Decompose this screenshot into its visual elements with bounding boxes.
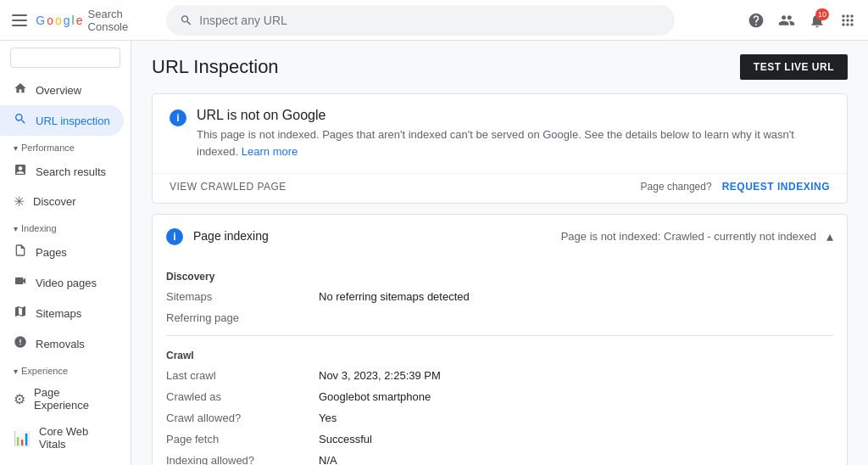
alert-card: i URL is not on Google This page is not … xyxy=(152,93,848,204)
detail-card-status: Page is not indexed: Crawled - currently… xyxy=(561,230,816,243)
discovery-section-header: Discovery xyxy=(166,264,833,286)
detail-header-right: Page is not indexed: Crawled - currently… xyxy=(561,228,833,244)
row-page-fetch: Page fetch Successful xyxy=(166,429,833,450)
row-last-crawl: Last crawl Nov 3, 2023, 2:25:39 PM xyxy=(166,365,833,386)
alert-action-left: VIEW CRAWLED PAGE xyxy=(170,181,287,193)
topbar-icons: 10 xyxy=(743,7,861,34)
hamburger-icon[interactable] xyxy=(7,7,32,34)
detail-card-body: Discovery Sitemaps No referring sitemaps… xyxy=(153,257,847,465)
main-layout: Overview URL inspection ▾ Performance Se… xyxy=(0,41,868,465)
search-sidebar-icon xyxy=(14,112,27,129)
topbar-left: Google Search Console xyxy=(7,7,159,34)
label-crawl-allowed: Crawl allowed? xyxy=(166,412,319,424)
row-crawl-allowed: Crawl allowed? Yes xyxy=(166,407,833,429)
row-indexing-allowed: Indexing allowed? N/A xyxy=(166,450,833,465)
sidebar-search-input[interactable] xyxy=(10,48,120,68)
sidebar-item-pages[interactable]: Pages xyxy=(0,237,124,267)
notification-badge: 10 xyxy=(815,8,829,20)
sidebar-section-label-performance: Performance xyxy=(21,143,75,153)
label-crawled-as: Crawled as xyxy=(166,390,319,403)
sidebar-item-sitemaps[interactable]: Sitemaps xyxy=(0,298,124,328)
alert-info-icon: i xyxy=(170,109,186,126)
notification-icon[interactable]: 10 xyxy=(804,7,831,34)
topbar: Google Search Console 10 xyxy=(0,0,868,41)
sidebar-label-search-results: Search results xyxy=(36,165,106,178)
account-icon[interactable] xyxy=(773,7,800,34)
sidebar-label-core-web-vitals: Core Web Vitals xyxy=(39,425,110,451)
alert-title: URL is not on Google xyxy=(197,108,830,123)
sidebar-section-indexing: ▾ Indexing xyxy=(0,216,131,237)
sidebar-label-video-pages: Video pages xyxy=(36,277,97,289)
pages-icon xyxy=(14,244,27,261)
page-changed-label: Page changed? xyxy=(641,181,712,193)
alert-action-right: Page changed? REQUEST INDEXING xyxy=(641,181,830,193)
row-referring-page: Referring page xyxy=(166,307,833,328)
row-sitemaps: Sitemaps No referring sitemaps detected xyxy=(166,286,833,307)
alert-description: This page is not indexed. Pages that are… xyxy=(197,126,830,160)
svg-rect-0 xyxy=(12,14,27,16)
core-web-vitals-icon: 📊 xyxy=(14,430,31,446)
learn-more-link[interactable]: Learn more xyxy=(242,145,298,158)
content-area: URL Inspection TEST LIVE URL i URL is no… xyxy=(131,41,868,465)
alert-actions: VIEW CRAWLED PAGE Page changed? REQUEST … xyxy=(153,173,847,203)
sidebar-label-page-experience: Page Experience xyxy=(34,386,110,412)
label-page-fetch: Page fetch xyxy=(166,433,319,445)
sidebar-item-search-results[interactable]: Search results xyxy=(0,156,124,187)
detail-header-left: i Page indexing xyxy=(166,227,269,245)
value-page-fetch: Successful xyxy=(319,433,372,445)
divider-1 xyxy=(166,335,833,336)
sidebar-label-pages: Pages xyxy=(36,246,67,259)
sidebar-item-video-pages[interactable]: Video pages xyxy=(0,267,124,298)
sidebar-item-page-experience[interactable]: ⚙ Page Experience xyxy=(0,379,124,418)
row-crawled-as: Crawled as Googlebot smartphone xyxy=(166,386,833,407)
removals-icon xyxy=(14,335,27,352)
alert-content: URL is not on Google This page is not in… xyxy=(197,108,830,160)
request-indexing-link[interactable]: REQUEST INDEXING xyxy=(722,181,830,193)
label-referring-page: Referring page xyxy=(166,311,319,324)
search-bar[interactable] xyxy=(166,5,675,36)
apps-icon[interactable] xyxy=(834,7,861,34)
page-title: URL Inspection xyxy=(152,56,279,78)
value-sitemaps: No referring sitemaps detected xyxy=(319,290,470,303)
home-icon xyxy=(14,81,27,98)
label-last-crawl: Last crawl xyxy=(166,369,319,382)
video-icon xyxy=(14,274,27,291)
value-indexing-allowed: N/A xyxy=(319,454,337,465)
value-crawl-allowed: Yes xyxy=(319,412,337,424)
detail-card-header[interactable]: i Page indexing Page is not indexed: Cra… xyxy=(153,215,847,257)
search-icon xyxy=(180,14,192,27)
sidebar-label-discover: Discover xyxy=(33,195,76,208)
search-input[interactable] xyxy=(199,14,661,27)
svg-rect-2 xyxy=(12,25,27,26)
sidebar-item-removals[interactable]: Removals xyxy=(0,328,124,359)
sidebar-item-mobile-usability[interactable]: 📱 Mobile Usability xyxy=(0,457,124,465)
sidebar-section-label-indexing: Indexing xyxy=(21,223,57,233)
sidebar-label-sitemaps: Sitemaps xyxy=(36,307,81,320)
svg-rect-1 xyxy=(12,20,27,21)
label-indexing-allowed: Indexing allowed? xyxy=(166,454,319,465)
sidebar-item-core-web-vitals[interactable]: 📊 Core Web Vitals xyxy=(0,418,124,457)
google-logo: Google Search Console xyxy=(36,8,159,33)
detail-card-title: Page indexing xyxy=(193,229,269,243)
chevron-icon-2: ▾ xyxy=(14,224,18,233)
sidebar-item-overview[interactable]: Overview xyxy=(0,75,124,105)
discover-icon: ✳ xyxy=(14,193,25,210)
sidebar-section-performance: ▾ Performance xyxy=(0,136,131,156)
page-header: URL Inspection TEST LIVE URL xyxy=(152,54,848,80)
sidebar-item-url-inspection[interactable]: URL inspection xyxy=(0,105,124,136)
sidebar-label-overview: Overview xyxy=(36,84,81,97)
help-icon[interactable] xyxy=(743,7,770,34)
sidebar-item-discover[interactable]: ✳ Discover xyxy=(0,187,124,216)
sidebar-search-container xyxy=(0,41,131,75)
test-live-url-button[interactable]: TEST LIVE URL xyxy=(740,54,848,80)
page-experience-icon: ⚙ xyxy=(14,391,25,407)
value-crawled-as: Googlebot smartphone xyxy=(319,390,431,403)
sidebar-section-label-experience: Experience xyxy=(21,366,68,376)
chevron-icon: ▾ xyxy=(14,143,18,153)
chevron-icon-3: ▾ xyxy=(14,367,18,376)
collapse-icon[interactable]: ▴ xyxy=(826,228,833,244)
sidebar-label-removals: Removals xyxy=(36,338,85,350)
search-results-icon xyxy=(14,163,27,180)
alert-header: i URL is not on Google This page is not … xyxy=(153,94,847,166)
view-crawled-page-link[interactable]: VIEW CRAWLED PAGE xyxy=(170,181,287,193)
